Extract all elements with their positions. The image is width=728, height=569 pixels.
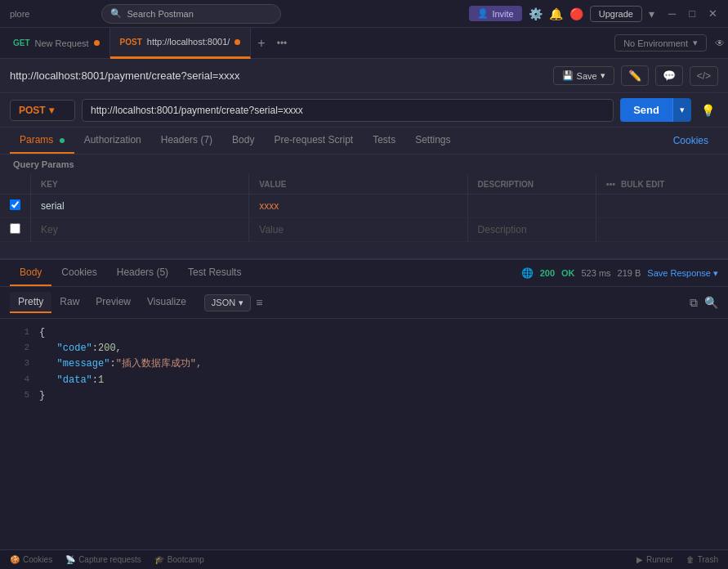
bottom-trash[interactable]: 🗑 Trash — [686, 555, 718, 564]
tab-bar: GET New Request POST http://localhost:80… — [0, 28, 728, 59]
environment-selector[interactable]: No Environment ▾ — [614, 34, 707, 52]
profile-icon[interactable]: 🔴 — [569, 7, 583, 20]
fmt-tab-preview[interactable]: Preview — [87, 292, 139, 313]
resp-tab-headers[interactable]: Headers (5) — [107, 260, 178, 286]
empty-checkbox-cell — [0, 218, 31, 242]
col-header-key: KEY — [31, 174, 249, 195]
empty-desc-cell[interactable]: Description — [467, 218, 596, 242]
col-header-bulk: ••• Bulk Edit — [596, 174, 728, 195]
code-colon: : — [92, 341, 98, 356]
empty-value-cell[interactable]: Value — [249, 218, 467, 242]
bootcamp-icon: 🎓 — [154, 555, 164, 564]
line-number: 3 — [7, 356, 29, 371]
code-line-5: 5 } — [0, 388, 728, 404]
maximize-button[interactable]: □ — [685, 6, 699, 21]
empty-row-checkbox[interactable] — [10, 223, 20, 234]
empty-key-cell[interactable]: Key — [31, 218, 249, 242]
code-button[interactable]: </> — [690, 66, 718, 86]
send-button[interactable]: Send — [620, 98, 672, 122]
fmt-tab-visualize[interactable]: Visualize — [139, 292, 194, 313]
more-dots-icon[interactable]: ••• — [606, 179, 616, 189]
search-bar[interactable]: 🔍 Search Postman — [101, 4, 281, 24]
col-header-value: VALUE — [249, 174, 467, 195]
param-desc-cell[interactable] — [467, 195, 596, 218]
search-placeholder: Search Postman — [127, 9, 193, 19]
tab-headers[interactable]: Headers (7) — [151, 128, 222, 154]
query-params-label: Query Params — [0, 155, 728, 174]
response-icons: ⧉ 🔍 — [690, 296, 718, 310]
tab-tests[interactable]: Tests — [363, 128, 405, 154]
response-time: 523 ms — [582, 268, 611, 278]
fmt-tab-raw[interactable]: Raw — [51, 292, 87, 313]
tab-post-url: http://localhost:8001/ — [147, 37, 230, 47]
method-chevron-icon: ▾ — [49, 105, 54, 116]
param-actions-cell — [596, 195, 728, 218]
settings-icon[interactable]: ⚙️ — [529, 7, 543, 20]
lightbulb-icon[interactable]: 💡 — [698, 101, 718, 120]
tab-settings[interactable]: Settings — [405, 128, 460, 154]
param-key-cell[interactable]: serial — [31, 195, 249, 218]
code-key: "message" — [39, 356, 109, 372]
resp-tab-body[interactable]: Body — [10, 260, 51, 286]
wrap-button[interactable]: ≡ — [251, 293, 267, 311]
spacer — [0, 242, 728, 258]
search-response-button[interactable]: 🔍 — [704, 296, 718, 310]
tab-authorization[interactable]: Authorization — [74, 128, 151, 154]
search-icon: 🔍 — [110, 8, 122, 19]
titlebar: plore 🔍 Search Postman 👤 Invite ⚙️ 🔔 🔴 U… — [0, 0, 728, 28]
invite-button[interactable]: 👤 Invite — [469, 6, 521, 21]
tab-pre-request[interactable]: Pre-request Script — [264, 128, 363, 154]
eye-icon[interactable]: 👁 — [715, 38, 725, 49]
response-tabs: Body Cookies Headers (5) Test Results 🌐 … — [0, 260, 728, 287]
tab-cookies-link[interactable]: Cookies — [663, 128, 718, 153]
env-label: No Environment — [623, 38, 688, 48]
line-number: 2 — [7, 341, 29, 356]
tab-post-request[interactable]: POST http://localhost:8001/ — [110, 28, 252, 59]
chevron-down-icon[interactable]: ▾ — [649, 7, 654, 20]
param-value-cell[interactable]: xxxx — [249, 195, 467, 218]
tab-body[interactable]: Body — [222, 128, 264, 154]
cookie-icon: 🍪 — [10, 555, 20, 564]
bottom-cookies[interactable]: 🍪 Cookies — [10, 555, 52, 564]
window-controls: ─ □ ✕ — [664, 6, 721, 21]
format-selector[interactable]: JSON ▾ — [204, 294, 251, 311]
method-selector[interactable]: POST ▾ — [10, 100, 75, 121]
empty-actions-cell — [596, 218, 728, 242]
add-tab-button[interactable]: + — [251, 36, 271, 51]
upgrade-button[interactable]: Upgrade — [590, 6, 642, 22]
send-dropdown-button[interactable]: ▾ — [672, 98, 691, 122]
bottom-runner[interactable]: ▶ Runner — [636, 555, 673, 564]
more-tabs-button[interactable]: ••• — [272, 38, 293, 49]
runner-icon: ▶ — [636, 555, 643, 564]
fmt-tab-pretty[interactable]: Pretty — [10, 292, 51, 313]
comment-button[interactable]: 💬 — [655, 65, 683, 86]
code-value: 200, — [98, 341, 122, 356]
minimize-button[interactable]: ─ — [664, 6, 680, 21]
resp-tab-cookies[interactable]: Cookies — [51, 260, 106, 286]
url-input[interactable] — [82, 99, 614, 122]
tab-params[interactable]: Params — [10, 128, 74, 154]
code-colon: : — [109, 356, 115, 372]
save-response-button[interactable]: Save Response ▾ — [647, 268, 718, 279]
line-number: 5 — [7, 388, 29, 403]
resp-tab-test-results[interactable]: Test Results — [178, 260, 251, 286]
bell-icon[interactable]: 🔔 — [549, 7, 563, 20]
person-icon: 👤 — [477, 8, 489, 19]
col-header-checkbox — [0, 174, 31, 195]
row-checkbox[interactable] — [10, 199, 20, 210]
chevron-down-icon: ▾ — [693, 38, 698, 48]
response-code-area: 1 { 2 "code" : 200, 3 "message" : "插入数据库… — [0, 319, 728, 417]
bottom-bootcamp[interactable]: 🎓 Bootcamp — [154, 555, 204, 564]
method-get-label: GET — [13, 38, 30, 47]
bottom-capture[interactable]: 📡 Capture requests — [65, 555, 141, 564]
save-button[interactable]: 💾 Save ▾ — [553, 66, 614, 85]
copy-button[interactable]: ⧉ — [690, 296, 698, 310]
table-row: serial xxxx — [0, 195, 728, 218]
close-button[interactable]: ✕ — [704, 6, 721, 21]
code-value: "插入数据库成功", — [116, 356, 203, 372]
tab-get-request[interactable]: GET New Request — [3, 28, 110, 59]
code-line-4: 4 "data" : 1 — [0, 373, 728, 388]
format-tabs: Pretty Raw Preview Visualize JSON ▾ ≡ ⧉ … — [0, 287, 728, 319]
edit-button[interactable]: ✏️ — [621, 65, 649, 86]
url-display-bar: http://localhost:8001/payment/create?ser… — [0, 59, 728, 93]
